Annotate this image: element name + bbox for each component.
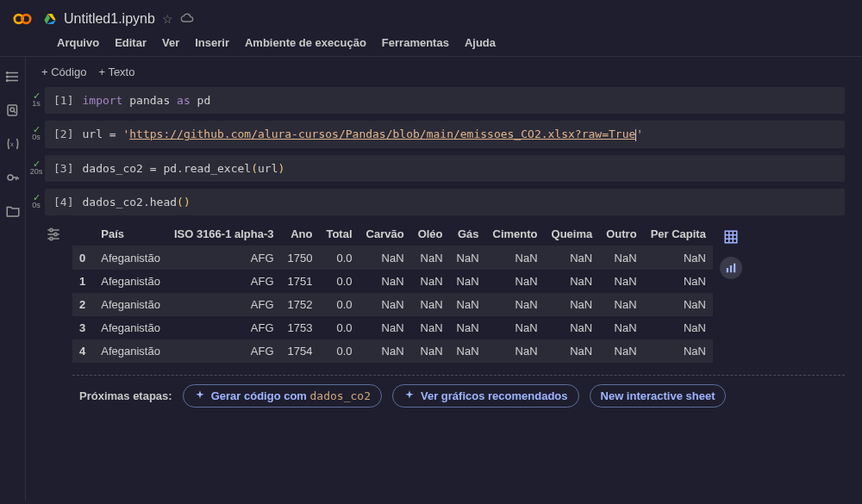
check-icon: ✓ — [28, 92, 45, 99]
col-outro: Outro — [599, 222, 643, 246]
check-icon: ✓ — [28, 194, 45, 201]
menu-arquivo[interactable]: Arquivo — [57, 36, 99, 49]
cell-status: ✓ 0s — [28, 121, 45, 141]
col-pais: País — [94, 222, 167, 246]
svg-point-19 — [50, 228, 53, 231]
cell-runtime: 1s — [32, 99, 41, 108]
code-text: import pandas as pd — [82, 94, 210, 107]
chip-recommended-charts[interactable]: Ver gráficos recomendados — [392, 384, 579, 408]
header: Untitled1.ipynb ☆ — [0, 0, 862, 34]
table-row: 4AfeganistãoAFG17540.0NaNNaNNaNNaNNaNNaN… — [72, 339, 713, 363]
menu-editar[interactable]: Editar — [115, 36, 147, 49]
check-icon: ✓ — [28, 126, 45, 133]
cell-prompt: [3] — [53, 162, 73, 175]
sparkle-icon — [194, 389, 206, 401]
menu-ambiente[interactable]: Ambiente de execução — [245, 36, 366, 49]
code-line[interactable]: [1] import pandas as pd — [45, 87, 845, 114]
cell-status: ✓ 0s — [28, 189, 45, 209]
code-cell[interactable]: ✓ 1s [1] import pandas as pd — [26, 87, 862, 114]
code-cell[interactable]: ✓ 20s [3] dados_co2 = pd.read_excel(url) — [26, 155, 862, 182]
menu-ferramentas[interactable]: Ferramentas — [382, 36, 449, 49]
svg-point-12 — [8, 175, 13, 180]
svg-line-10 — [13, 111, 15, 113]
svg-text:x: x — [10, 140, 14, 148]
find-icon[interactable] — [5, 103, 21, 121]
col-gas: Gás — [450, 222, 486, 246]
code-line[interactable]: [2] url = 'https://github.com/alura-curs… — [45, 121, 845, 148]
cell-status: ✓ 20s — [28, 155, 45, 176]
cell-output: País ISO 3166-1 alpha-3 Ano Total Carvão… — [45, 222, 845, 363]
col-ano: Ano — [281, 222, 320, 246]
menu-ver[interactable]: Ver — [162, 36, 179, 49]
variables-icon[interactable]: x — [5, 136, 21, 154]
svg-rect-27 — [727, 268, 728, 272]
cell-prompt: [4] — [53, 196, 73, 208]
sheet-view-icon[interactable] — [720, 226, 742, 248]
menu-ajuda[interactable]: Ajuda — [465, 36, 496, 49]
add-code-button[interactable]: + Código — [41, 65, 86, 78]
insert-toolbar: + Código + Texto — [26, 57, 862, 87]
dataframe-output: País ISO 3166-1 alpha-3 Ano Total Carvão… — [72, 222, 713, 363]
col-oleo: Oléo — [411, 222, 450, 246]
table-row: 1AfeganistãoAFG17510.0NaNNaNNaNNaNNaNNaN… — [72, 270, 713, 293]
svg-point-7 — [6, 80, 8, 82]
notebook-content: + Código + Texto ✓ 1s [1] import pandas … — [26, 57, 862, 501]
cell-runtime: 0s — [32, 133, 41, 141]
output-settings-icon[interactable] — [45, 222, 66, 246]
code-text: dados_co2 = pd.read_excel(url) — [82, 162, 284, 175]
code-text: dados_co2.head() — [82, 196, 190, 208]
drive-icon — [43, 12, 57, 26]
cell-status: ✓ 1s — [28, 87, 45, 108]
cell-runtime: 20s — [30, 167, 43, 176]
svg-point-6 — [6, 76, 8, 78]
sparkle-icon — [403, 389, 415, 401]
next-steps: Próximas etapas: Gerar código com dados_… — [26, 384, 862, 408]
divider — [72, 375, 845, 376]
svg-rect-28 — [730, 265, 732, 272]
chart-view-icon[interactable] — [720, 257, 742, 279]
table-row: 0AfeganistãoAFG17500.0NaNNaNNaNNaNNaNNaN… — [72, 246, 713, 270]
star-icon[interactable]: ☆ — [162, 12, 173, 26]
code-line[interactable]: [3] dados_co2 = pd.read_excel(url) — [45, 155, 845, 182]
col-iso: ISO 3166-1 alpha-3 — [167, 222, 281, 246]
chip-generate-code[interactable]: Gerar código com dados_co2 — [183, 384, 382, 408]
colab-logo-icon — [9, 5, 36, 33]
check-icon: ✓ — [28, 160, 45, 167]
notebook-title[interactable]: Untitled1.ipynb — [64, 11, 155, 27]
col-carvao: Carvão — [359, 222, 411, 246]
chip-interactive-sheet[interactable]: New interactive sheet — [590, 384, 727, 408]
svg-point-20 — [54, 233, 57, 235]
col-total: Total — [319, 222, 359, 246]
code-text: url = 'https://github.com/alura-cursos/P… — [82, 128, 643, 141]
code-line[interactable]: [4] dados_co2.head() — [45, 189, 845, 215]
menubar: Arquivo Editar Ver Inserir Ambiente de e… — [0, 34, 862, 56]
col-cimento: Cimento — [486, 222, 545, 246]
table-row: 2AfeganistãoAFG17520.0NaNNaNNaNNaNNaNNaN… — [72, 293, 713, 316]
col-queima: Queima — [545, 222, 600, 246]
cloud-icon[interactable] — [180, 11, 194, 28]
add-text-button[interactable]: + Texto — [98, 65, 134, 78]
svg-rect-22 — [725, 231, 737, 243]
left-rail: x — [0, 57, 26, 501]
output-view-icons — [720, 222, 742, 279]
secrets-icon[interactable] — [5, 170, 21, 188]
files-icon[interactable] — [5, 203, 21, 221]
col-percapita: Per Capita — [644, 222, 713, 246]
cell-prompt: [2] — [53, 128, 73, 141]
next-steps-label: Próximas etapas: — [79, 389, 172, 402]
svg-point-21 — [50, 237, 53, 240]
code-cell[interactable]: ✓ 0s [4] dados_co2.head() — [26, 189, 862, 215]
toc-icon[interactable] — [5, 69, 21, 87]
svg-rect-8 — [8, 105, 17, 115]
svg-point-5 — [6, 72, 8, 74]
svg-rect-29 — [734, 263, 735, 272]
menu-inserir[interactable]: Inserir — [195, 36, 229, 49]
table-row: 3AfeganistãoAFG17530.0NaNNaNNaNNaNNaNNaN… — [72, 316, 713, 339]
cell-runtime: 0s — [32, 201, 41, 209]
cell-prompt: [1] — [53, 94, 73, 107]
code-cell[interactable]: ✓ 0s [2] url = 'https://github.com/alura… — [26, 121, 862, 148]
